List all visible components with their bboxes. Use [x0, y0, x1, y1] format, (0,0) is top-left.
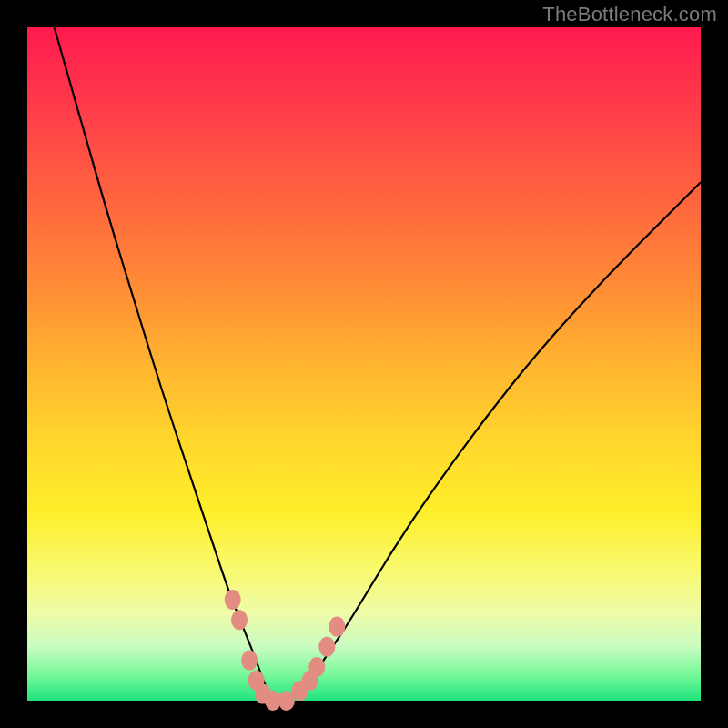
curve-marker: [225, 590, 241, 610]
bottleneck-curve: [55, 27, 701, 701]
plot-area: [27, 27, 701, 701]
curve-marker: [231, 610, 248, 630]
curve-svg: [27, 27, 701, 701]
curve-marker: [308, 657, 325, 677]
marker-group: [225, 590, 346, 711]
chart-frame: TheBottleneck.com: [0, 0, 728, 728]
watermark-text: TheBottleneck.com: [542, 3, 717, 26]
curve-marker: [241, 651, 258, 671]
curve-marker: [329, 617, 345, 637]
curve-marker: [318, 637, 335, 657]
